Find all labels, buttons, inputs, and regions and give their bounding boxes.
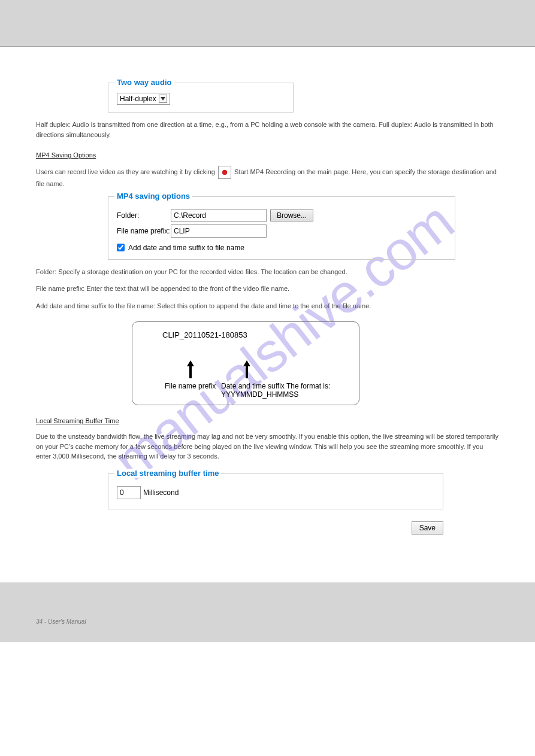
suffix-desc: Add date and time suffix to the file nam… — [36, 301, 499, 311]
arrow-up-icon — [186, 360, 195, 381]
folder-label: Folder: — [117, 211, 171, 220]
footer-bar: 34 - User's Manual — [0, 582, 535, 642]
footer-left: 34 - User's Manual — [36, 618, 86, 625]
prefix-label: File name prefix: — [117, 227, 171, 235]
arrow-up-icon — [243, 360, 251, 381]
save-button[interactable]: Save — [412, 521, 443, 535]
buffer-legend: Local streaming buffer time — [114, 469, 221, 478]
two-way-audio-legend: Two way audio — [114, 78, 174, 87]
buffer-desc: Due to the unsteady bandwidth flow, the … — [36, 432, 499, 462]
two-way-desc: Half duplex: Audio is transmitted from o… — [36, 120, 499, 139]
mp4-desc-1: Users can record live video as they are … — [36, 166, 499, 189]
two-way-audio-panel: Two way audio Half-duplex — [108, 83, 294, 113]
chevron-down-icon — [159, 95, 167, 103]
two-way-audio-value: Half-duplex — [120, 95, 156, 103]
filename-format-diagram: CLIP_20110521-180853 File name prefix Da… — [132, 321, 359, 405]
folder-input[interactable] — [171, 209, 267, 222]
mp4-legend: MP4 saving options — [114, 192, 192, 201]
folder-desc: Folder: Specify a storage destination on… — [36, 267, 499, 277]
add-suffix-label: Add date and time suffix to file name — [128, 244, 244, 252]
prefix-desc: File name prefix: Enter the text that wi… — [36, 284, 499, 294]
filename-sample: CLIP_20110521-180853 — [162, 330, 247, 339]
two-way-audio-select[interactable]: Half-duplex — [117, 93, 170, 105]
buffer-unit: Millisecond — [143, 488, 179, 497]
page-content: manualshive.com Two way audio Half-duple… — [0, 83, 535, 558]
browse-button[interactable]: Browse... — [270, 210, 313, 221]
buffer-heading: Local Streaming Buffer Time — [36, 417, 499, 424]
prefix-input[interactable] — [171, 224, 267, 238]
mp4-heading: MP4 Saving Options — [36, 151, 499, 159]
header-bar — [0, 0, 535, 47]
add-suffix-checkbox[interactable] — [117, 244, 125, 251]
suffix-caption: Date and time suffix The format is: YYYY… — [221, 382, 359, 399]
mp4-options-panel: MP4 saving options Folder: Browse... Fil… — [108, 196, 455, 260]
buffer-input[interactable] — [117, 486, 141, 499]
buffer-panel: Local streaming buffer time Millisecond — [108, 473, 443, 509]
prefix-caption: File name prefix — [165, 382, 216, 390]
record-icon — [218, 166, 231, 179]
mp4-desc-1a: Users can record live video as they are … — [36, 168, 217, 175]
